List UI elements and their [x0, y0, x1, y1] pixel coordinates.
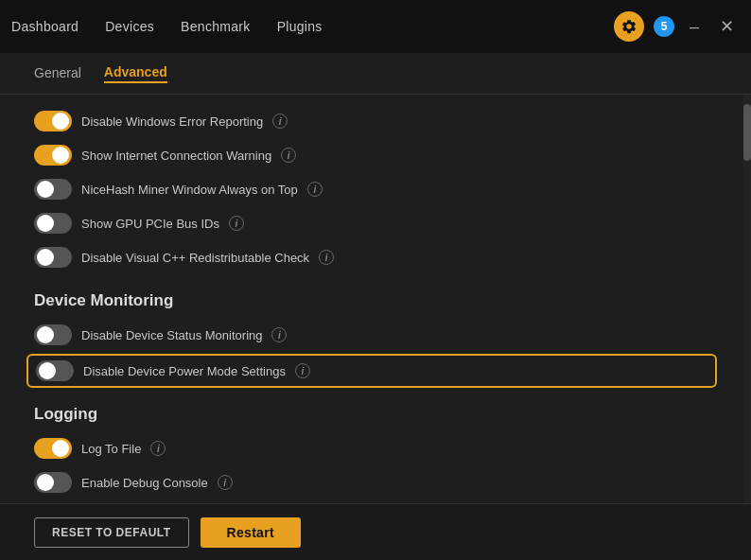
info-icon-disable-device-status-monitoring[interactable]: i: [271, 327, 287, 342]
scrollbar-thumb[interactable]: [743, 104, 751, 161]
label-disable-device-status-monitoring: Disable Device Status Monitoring: [81, 328, 262, 342]
label-disable-visual-cpp-redistributable-check: Disable Visual C++ Redistributable Check: [81, 251, 309, 265]
info-icon-disable-device-power-mode-settings[interactable]: i: [295, 363, 310, 378]
toggle-knob: [37, 326, 54, 343]
tab-advanced[interactable]: Advanced: [104, 64, 167, 83]
label-nicehash-miner-window-always-on-top: NiceHash Miner Window Always on Top: [81, 183, 298, 197]
setting-row-log-to-file: Log To File i: [34, 431, 709, 465]
toggle-disable-windows-error-reporting[interactable]: [34, 111, 72, 131]
label-disable-device-power-mode-settings: Disable Device Power Mode Settings: [83, 364, 286, 378]
settings-panel[interactable]: Disable Windows Error Reporting i Show I…: [0, 95, 743, 503]
restart-button[interactable]: Restart: [201, 517, 301, 548]
toggle-knob: [52, 113, 69, 130]
setting-row-nicehash-miner-window-always-on-top: NiceHash Miner Window Always on Top i: [34, 172, 709, 206]
toggle-disable-device-power-mode-settings[interactable]: [36, 360, 74, 381]
toggle-nicehash-miner-window-always-on-top[interactable]: [34, 179, 72, 200]
info-icon-show-internet-connection-warning[interactable]: i: [281, 148, 296, 163]
label-show-internet-connection-warning: Show Internet Connection Warning: [81, 149, 271, 163]
tabbar: General Advanced: [0, 53, 751, 95]
nav-devices[interactable]: Devices: [105, 19, 154, 34]
info-icon-log-to-file[interactable]: i: [150, 441, 166, 456]
scrollbar-track[interactable]: [743, 95, 751, 503]
titlebar: Dashboard Devices Benchmark Plugins 5 – …: [0, 0, 751, 53]
info-icon-show-gpu-pcie-bus-ids[interactable]: i: [229, 216, 244, 231]
info-icon-disable-windows-error-reporting[interactable]: i: [272, 114, 288, 129]
close-button[interactable]: ✕: [714, 16, 740, 37]
toggle-knob: [37, 249, 54, 266]
logging-section: Logging Log To File i Enable Debug Conso…: [34, 405, 709, 503]
toggle-knob: [37, 474, 54, 491]
toggle-log-to-file[interactable]: [34, 438, 72, 459]
toggle-knob: [39, 362, 56, 379]
toggle-knob: [37, 181, 54, 198]
toggle-show-internet-connection-warning[interactable]: [34, 145, 72, 166]
setting-row-disable-windows-error-reporting: Disable Windows Error Reporting i: [34, 104, 709, 138]
device-monitoring-header: Device Monitoring: [34, 291, 709, 310]
notification-badge[interactable]: 5: [654, 16, 674, 37]
nav-dashboard[interactable]: Dashboard: [11, 19, 79, 34]
toggle-knob: [52, 440, 69, 457]
main-content: Disable Windows Error Reporting i Show I…: [0, 95, 751, 503]
setting-row-disable-visual-cpp-redistributable-check: Disable Visual C++ Redistributable Check…: [34, 240, 709, 274]
info-icon-enable-debug-console[interactable]: i: [218, 475, 233, 490]
nav-links: Dashboard Devices Benchmark Plugins: [11, 19, 323, 34]
toggle-disable-visual-cpp-redistributable-check[interactable]: [34, 247, 72, 268]
setting-row-disable-device-status-monitoring: Disable Device Status Monitoring i: [34, 318, 709, 352]
device-monitoring-section: Device Monitoring Disable Device Status …: [34, 291, 709, 388]
info-icon-disable-visual-cpp-redistributable-check[interactable]: i: [319, 250, 334, 265]
reset-to-default-button[interactable]: RESET TO DEFAULT: [34, 517, 189, 548]
setting-row-enable-debug-console: Enable Debug Console i: [34, 465, 709, 499]
general-settings-group: Disable Windows Error Reporting i Show I…: [34, 104, 709, 274]
logging-header: Logging: [34, 405, 709, 424]
titlebar-right: 5 – ✕: [614, 11, 740, 42]
nav-benchmark[interactable]: Benchmark: [181, 19, 251, 34]
settings-icon-button[interactable]: [614, 11, 644, 42]
label-log-to-file: Log To File: [81, 442, 141, 456]
label-show-gpu-pcie-bus-ids: Show GPU PCIe Bus IDs: [81, 217, 219, 231]
bottom-bar: RESET TO DEFAULT Restart: [0, 503, 751, 560]
label-disable-windows-error-reporting: Disable Windows Error Reporting: [81, 114, 263, 129]
info-icon-nicehash-miner-window-always-on-top[interactable]: i: [307, 182, 323, 197]
setting-row-disable-device-power-mode-settings: Disable Device Power Mode Settings i: [26, 354, 717, 388]
label-enable-debug-console: Enable Debug Console: [81, 476, 208, 490]
toggle-knob: [37, 215, 54, 232]
minimize-button[interactable]: –: [684, 16, 705, 37]
setting-row-show-gpu-pcie-bus-ids: Show GPU PCIe Bus IDs i: [34, 206, 709, 240]
tab-general[interactable]: General: [34, 65, 81, 82]
setting-row-show-internet-connection-warning: Show Internet Connection Warning i: [34, 138, 709, 172]
nav-plugins[interactable]: Plugins: [277, 19, 323, 34]
toggle-disable-device-status-monitoring[interactable]: [34, 324, 72, 345]
toggle-knob: [52, 147, 69, 164]
app-window: Dashboard Devices Benchmark Plugins 5 – …: [0, 0, 751, 560]
toggle-show-gpu-pcie-bus-ids[interactable]: [34, 213, 72, 234]
toggle-enable-debug-console[interactable]: [34, 472, 72, 493]
